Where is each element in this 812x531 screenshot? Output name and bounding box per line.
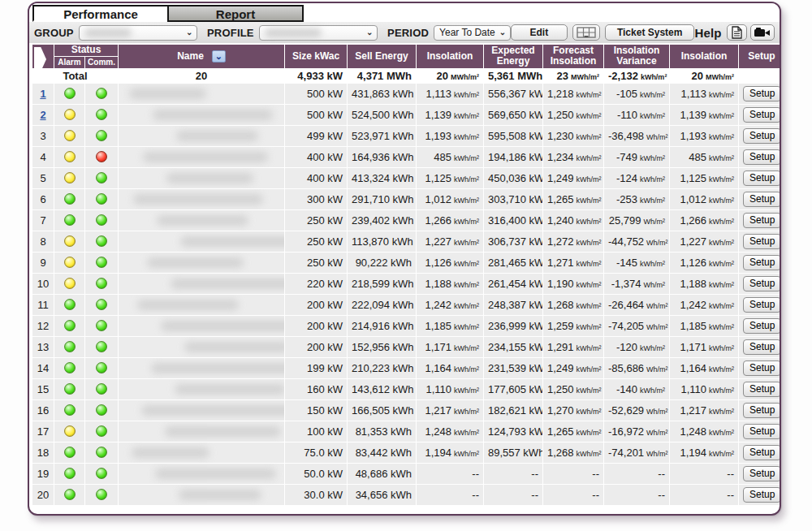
insolation2-cell: 1,188kWh/m² — [670, 274, 738, 294]
insolation2-cell: 1,012kWh/m² — [670, 189, 738, 209]
alarm-status-cell — [54, 147, 84, 167]
setup-button[interactable]: Setup — [743, 445, 781, 460]
site-name-cell — [119, 210, 284, 231]
comm-status-cell — [85, 358, 118, 378]
video-help-button[interactable] — [750, 24, 775, 41]
setup-button[interactable]: Setup — [743, 318, 781, 334]
row-number-link[interactable]: 2 — [40, 109, 45, 121]
setup-button[interactable]: Setup — [743, 297, 781, 313]
size-cell: 250 kW — [285, 210, 347, 231]
row-number-cell[interactable]: 2 — [32, 105, 54, 125]
expected-energy-cell: 569,650 kWh — [484, 105, 542, 125]
row-number-cell: 14 — [32, 358, 54, 378]
sort-dropdown-icon[interactable]: ⌄ — [212, 50, 226, 63]
setup-column-header: Setup — [739, 45, 781, 68]
setup-button[interactable]: Setup — [743, 466, 781, 481]
insolation-variance-cell: -44,752Wh/m² — [604, 231, 669, 252]
setup-button[interactable]: Setup — [743, 360, 781, 376]
help-document-button[interactable] — [727, 24, 747, 41]
site-name-cell — [119, 358, 284, 378]
comm-status-cell — [85, 253, 118, 273]
insolation-variance-cell: -26,464Wh/m² — [604, 295, 669, 315]
size-cell: 200 kW — [285, 337, 347, 357]
site-name-cell — [119, 126, 284, 146]
setup-button[interactable]: Setup — [743, 339, 781, 355]
site-name-cell — [119, 84, 284, 104]
insolation-variance-cell: -749kWh/m² — [604, 147, 669, 167]
setup-button[interactable]: Setup — [743, 487, 781, 503]
setup-button[interactable]: Setup — [743, 276, 781, 291]
insolation-variance-cell: -- — [604, 464, 669, 484]
alarm-status-cell — [54, 400, 84, 421]
insolation-variance-cell: -16,972Wh/m² — [604, 421, 669, 442]
comm-status-indicator-green — [96, 193, 107, 205]
edit-button[interactable]: Edit — [511, 24, 568, 41]
alarm-status-indicator-green — [64, 299, 76, 310]
setup-button[interactable]: Setup — [743, 255, 781, 270]
comm-status-indicator-green — [96, 362, 107, 373]
setup-cell: Setup — [739, 168, 781, 188]
redacted-site-name — [143, 152, 268, 162]
toolbar: GROUP ⌄ PROFILE ⌄ PERIOD Year To Date ⌄ … — [29, 22, 780, 43]
total-expected: 5,361 MWh — [484, 69, 542, 83]
tab-report[interactable]: Report — [167, 5, 304, 22]
row-number-link[interactable]: 1 — [40, 88, 45, 100]
setup-button[interactable]: Setup — [743, 128, 781, 144]
insolation-cell: 1,188kWh/m² — [417, 274, 483, 294]
setup-button[interactable]: Setup — [743, 107, 781, 123]
redacted-site-name — [129, 88, 206, 99]
setup-button[interactable]: Setup — [743, 213, 781, 228]
tab-performance[interactable]: Performance — [32, 5, 169, 22]
expected-energy-cell: -- — [484, 464, 542, 484]
size-cell: 300 kW — [285, 189, 347, 209]
insolation-cell: 1,125kWh/m² — [417, 168, 483, 188]
row-number-cell: 18 — [32, 442, 54, 463]
expand-column-header[interactable] — [32, 45, 54, 68]
insolation-variance-cell: -145kWh/m² — [604, 253, 669, 273]
expected-energy-cell: 89,557 kWh — [484, 442, 542, 463]
size-column-header: Size kWac — [285, 45, 347, 68]
expected-energy-cell: 556,367 kWh — [484, 84, 542, 104]
size-cell: 250 kW — [285, 231, 347, 252]
setup-button[interactable]: Setup — [743, 149, 781, 165]
setup-button[interactable]: Setup — [743, 382, 781, 397]
redacted-site-name — [184, 342, 284, 352]
alarm-status-indicator-green — [64, 404, 76, 416]
setup-button[interactable]: Setup — [743, 86, 781, 101]
period-select[interactable]: Year To Date ⌄ — [434, 25, 511, 41]
comm-status-indicator-green — [96, 425, 107, 437]
size-cell: 50.0 kW — [285, 464, 347, 484]
row-number-cell[interactable]: 1 — [32, 84, 54, 104]
sell-energy-cell: 166,505 kWh — [348, 400, 416, 421]
setup-button[interactable]: Setup — [743, 403, 781, 418]
grid-layout-button[interactable] — [572, 24, 600, 41]
alarm-status-cell — [54, 168, 84, 188]
setup-button[interactable]: Setup — [743, 171, 781, 186]
sell-energy-cell: 143,612 kWh — [348, 379, 416, 399]
comm-status-cell — [85, 442, 118, 463]
help-label: Help — [694, 26, 721, 40]
comm-status-indicator-green — [96, 320, 107, 331]
alarm-status-cell — [54, 274, 84, 294]
insolation-variance-column-header: Insolation Variance — [604, 45, 669, 68]
insolation-variance-cell: -85,686Wh/m² — [604, 358, 669, 378]
alarm-status-indicator-yellow — [64, 109, 76, 120]
setup-button[interactable]: Setup — [743, 424, 781, 439]
row-number-cell: 15 — [32, 379, 54, 399]
forecast-insolation-cell: 1,271kWh/m² — [543, 253, 603, 273]
redacted-site-name — [166, 173, 253, 183]
insolation-variance-cell: -52,629Wh/m² — [604, 400, 669, 421]
table-row: 16150 kW166,505 kWh1,217kWh/m²182,621 kW… — [32, 400, 781, 421]
site-name-cell — [119, 168, 284, 188]
setup-button[interactable]: Setup — [743, 234, 781, 249]
sell-energy-cell: 90,222 kWh — [348, 253, 416, 273]
comm-status-indicator-green — [96, 88, 107, 99]
setup-button[interactable]: Setup — [743, 192, 781, 207]
profile-select[interactable]: ⌄ — [259, 25, 378, 41]
group-select[interactable]: ⌄ — [79, 25, 197, 41]
table-row: 2500 kW524,500 kWh1,139kWh/m²569,650 kWh… — [32, 105, 781, 125]
insolation2-cell: 1,171kWh/m² — [670, 337, 738, 357]
insolation2-cell: 1,242kWh/m² — [670, 295, 738, 315]
sell-energy-cell: 239,402 kWh — [348, 210, 416, 231]
ticket-system-button[interactable]: Ticket System — [605, 24, 695, 41]
